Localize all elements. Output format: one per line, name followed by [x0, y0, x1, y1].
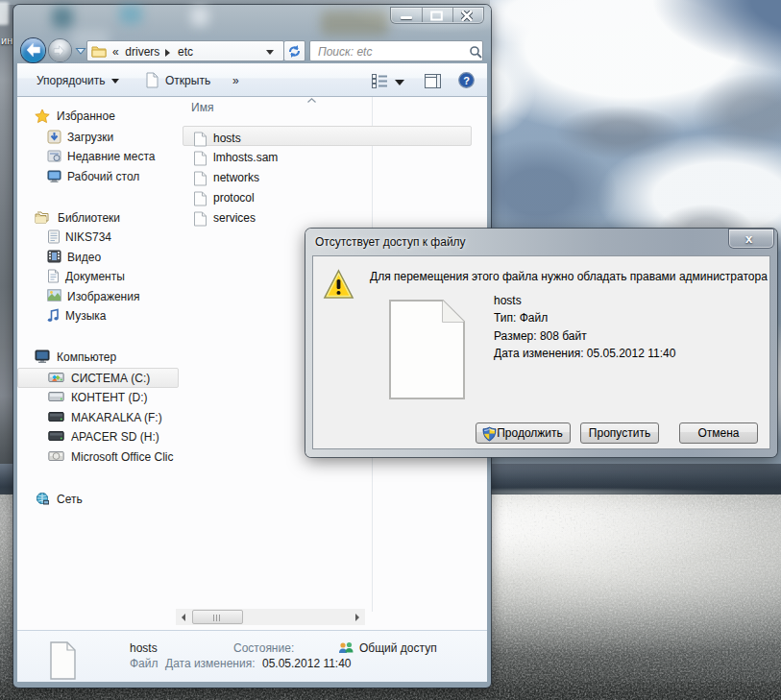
svg-text:?: ?: [463, 75, 470, 86]
